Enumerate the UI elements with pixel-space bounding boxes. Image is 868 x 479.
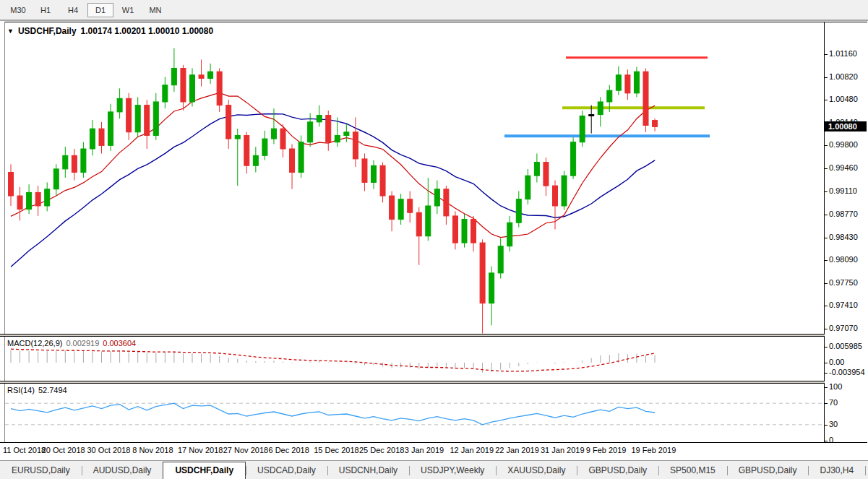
candle-body — [72, 155, 77, 172]
candle-body — [598, 102, 603, 115]
axis-tick — [825, 363, 828, 363]
candle-body — [280, 129, 285, 149]
candle-body — [507, 223, 512, 246]
price-axis-label: 1.01160 — [829, 49, 857, 58]
candle-body — [153, 102, 158, 135]
candle-body — [344, 132, 349, 136]
candle-body — [244, 135, 249, 165]
candle-body — [253, 155, 258, 165]
chart-tab-gbpusd-daily[interactable]: GBPUSD,Daily — [577, 463, 658, 479]
candle-body — [562, 176, 567, 206]
candle-body — [625, 75, 630, 93]
macd-value: 0.002919 — [66, 339, 99, 348]
date-axis-label: 11 Oct 2018 — [3, 446, 46, 454]
candle-body — [390, 196, 395, 220]
price-axis-label: 0.97410 — [829, 301, 858, 309]
candle-body — [607, 90, 612, 102]
candle-body — [362, 159, 367, 183]
candle-body — [17, 196, 22, 210]
chart-tab-usdcad-daily[interactable]: USDCAD,Daily — [246, 463, 327, 479]
price-axis-label: 1.00480 — [829, 95, 858, 103]
axis-tick — [825, 54, 828, 55]
date-axis-label: 27 Nov 2018 — [223, 446, 268, 454]
date-axis-label: 3 Jan 2019 — [405, 446, 444, 454]
timeframe-button-w1[interactable]: W1 — [115, 3, 141, 17]
price-axis[interactable]: 1.011601.008201.004801.001400.998000.994… — [825, 22, 868, 442]
candle-body — [534, 163, 539, 176]
timeframe-button-m30[interactable]: M30 — [5, 3, 31, 17]
candle-body — [290, 149, 295, 173]
chart-tab-usdjpy-weekly[interactable]: USDJPY,Weekly — [409, 463, 496, 479]
chart-tab-audusd-daily[interactable]: AUDUSD,Daily — [82, 463, 163, 479]
candle-body — [190, 75, 195, 102]
trading-terminal-window: M30H1H4D1W1MN ▼ USDCHF,Daily 1.00174 1.0… — [0, 0, 868, 479]
chart-menu-icon[interactable]: ▼ — [7, 27, 14, 35]
macd-signal-line — [11, 349, 655, 371]
macd-signal-value: 0.003604 — [103, 339, 136, 348]
candle-body — [653, 121, 658, 127]
date-axis-label: 22 Jan 2019 — [495, 446, 539, 454]
candle-body — [308, 122, 313, 142]
candle-body — [63, 155, 68, 169]
chart-tab-tech100-[interactable]: TECH100, — [865, 463, 868, 479]
timeframe-button-mn[interactable]: MN — [142, 3, 168, 17]
timeframe-button-h4[interactable]: H4 — [60, 3, 86, 17]
candle-body — [81, 149, 86, 173]
price-axis-label: 0.97070 — [829, 324, 858, 332]
rsi-line — [11, 403, 655, 425]
candle-body — [163, 85, 168, 102]
chart-tab-xauusd-daily[interactable]: XAUUSD,Daily — [496, 463, 577, 479]
main-chart-canvas[interactable] — [5, 22, 824, 334]
chart-tab-dj30-h4[interactable]: DJ30,H4 — [808, 463, 865, 479]
candle-body — [471, 220, 476, 243]
candle-body — [616, 75, 621, 90]
axis-tick — [825, 215, 828, 215]
chart-tab-sp500-m15[interactable]: SP500,M15 — [658, 463, 727, 479]
date-axis-label: 19 Feb 2019 — [632, 446, 676, 454]
candle-body — [408, 199, 413, 213]
candle-body — [444, 189, 449, 216]
chart-tab-usdchf-daily[interactable]: USDCHF,Daily — [163, 462, 246, 479]
candle-body — [589, 115, 594, 116]
price-axis-label: 1.00820 — [829, 72, 858, 81]
rsi-chart-canvas[interactable] — [5, 384, 824, 442]
chart-tab-usdcnh-daily[interactable]: USDCNH,Daily — [327, 463, 409, 479]
date-axis-label: 20 Oct 2018 — [42, 446, 85, 454]
candle-body — [208, 72, 213, 78]
current-price-tag: 1.00080 — [825, 121, 867, 131]
price-axis-label: 0.99800 — [829, 140, 858, 149]
candle-body — [335, 135, 340, 142]
candle-body — [434, 189, 439, 206]
candle-body — [217, 72, 222, 105]
macd-axis-label: 0.00 — [829, 358, 844, 366]
time-axis[interactable]: 11 Oct 201820 Oct 201830 Oct 20188 Nov 2… — [0, 443, 867, 459]
candle-body — [317, 116, 322, 122]
axis-tick — [825, 238, 828, 238]
candle-body — [181, 69, 186, 102]
chart-tab-bar: EURUSD,DailyAUDUSD,DailyUSDCHF,DailyUSDC… — [0, 460, 868, 479]
candle-body — [99, 129, 104, 145]
axis-tick — [825, 168, 828, 169]
candle-body — [108, 112, 113, 145]
macd-axis-label: 0.005985 — [829, 342, 862, 350]
timeframe-button-h1[interactable]: H1 — [33, 3, 59, 17]
candle-body — [35, 192, 40, 206]
rsi-value: 52.7494 — [38, 386, 67, 394]
rsi-axis-label: 30 — [829, 420, 838, 428]
candle-body — [353, 132, 358, 159]
timeframe-button-d1[interactable]: D1 — [87, 3, 113, 17]
candle-body — [553, 186, 558, 206]
rsi-indicator-label: RSI(14)52.7494 — [7, 386, 67, 394]
candle-body — [634, 72, 639, 93]
date-axis-label: 9 Feb 2019 — [586, 446, 627, 454]
candle-body — [480, 243, 485, 303]
chart-tab-gbpusd-daily[interactable]: GBPUSD,Daily — [727, 463, 809, 479]
chart-tab-eurusd-daily[interactable]: EURUSD,Daily — [0, 463, 82, 479]
candle-body — [145, 105, 150, 136]
candle-body — [126, 98, 132, 131]
candle-body — [525, 176, 530, 199]
candle-body — [90, 129, 95, 149]
candle-body — [262, 139, 267, 155]
axis-tick — [825, 283, 828, 284]
candle-body — [53, 169, 59, 189]
